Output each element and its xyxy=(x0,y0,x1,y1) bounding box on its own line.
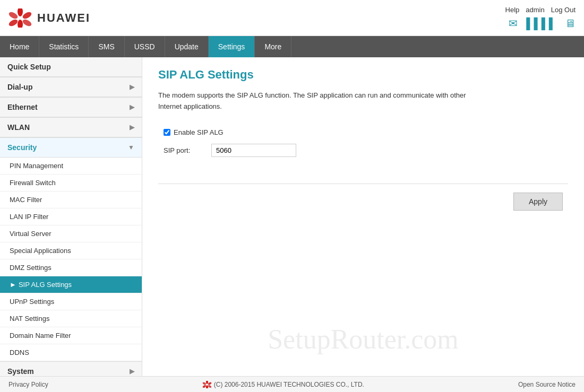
form-area: Enable SIP ALG SIP port: xyxy=(158,123,568,175)
sidebar-item-dial-up[interactable]: Dial-up ▶ xyxy=(0,77,142,97)
sip-port-label: SIP port: xyxy=(164,146,206,154)
sidebar-item-wlan[interactable]: WLAN ▶ xyxy=(0,118,142,137)
footer-copyright: (C) 2006-2015 HUAWEI TECHNOLOGIES CO., L… xyxy=(214,381,364,388)
sidebar-item-lan-ip-filter[interactable]: LAN IP Filter xyxy=(0,208,142,225)
svg-point-1 xyxy=(22,11,32,20)
svg-point-4 xyxy=(8,18,19,28)
ethernet-arrow: ▶ xyxy=(130,103,134,111)
sidebar-item-domain-name-filter[interactable]: Domain Name Filter xyxy=(0,327,142,344)
sidebar-item-security[interactable]: Security ▼ xyxy=(0,138,142,158)
sip-port-input[interactable] xyxy=(211,144,296,157)
monitor-icon[interactable]: 🖥 xyxy=(565,18,576,30)
sidebar-item-dmz-settings[interactable]: DMZ Settings xyxy=(0,259,142,276)
svg-point-0 xyxy=(18,8,23,16)
sidebar-item-pin-management[interactable]: PIN Management xyxy=(0,158,142,175)
logo-area: HUAWEI xyxy=(8,8,90,28)
sip-port-row: SIP port: xyxy=(164,144,568,157)
svg-point-8 xyxy=(208,385,212,388)
sidebar-item-mac-filter[interactable]: MAC Filter xyxy=(0,191,142,208)
svg-point-9 xyxy=(206,385,208,388)
page-title: SIP ALG Settings xyxy=(158,68,568,82)
sidebar-section-system: System ▶ xyxy=(0,362,142,376)
sidebar-section-quick-setup: Quick Setup xyxy=(0,57,142,77)
huawei-logo-icon xyxy=(8,8,32,28)
svg-point-11 xyxy=(202,381,207,385)
sidebar-section-dial-up: Dial-up ▶ xyxy=(0,77,142,98)
header-right: Help admin Log Out ✉ ▌▌▌▌ 🖥 xyxy=(505,6,576,30)
enable-sip-label[interactable]: Enable SIP ALG xyxy=(164,128,224,136)
description-line1: The modem supports the SIP ALG function.… xyxy=(158,91,466,99)
nav-settings[interactable]: Settings xyxy=(209,36,255,57)
help-link[interactable]: Help xyxy=(505,6,520,14)
header: HUAWEI Help admin Log Out ✉ ▌▌▌▌ 🖥 xyxy=(0,0,584,36)
nav-sms[interactable]: SMS xyxy=(89,36,124,57)
enable-sip-text: Enable SIP ALG xyxy=(174,128,224,136)
signal-icon: ▌▌▌▌ xyxy=(526,18,556,30)
apply-row: Apply xyxy=(158,193,568,211)
sidebar-item-ddns[interactable]: DDNS xyxy=(0,344,142,361)
footer-huawei-icon xyxy=(202,381,212,388)
enable-sip-checkbox[interactable] xyxy=(164,129,170,136)
logout-link[interactable]: Log Out xyxy=(551,6,576,14)
sidebar-item-sip-alg-settings[interactable]: ► SIP ALG Settings xyxy=(0,276,142,293)
sidebar: Quick Setup Dial-up ▶ Ethernet ▶ WLAN ▶ xyxy=(0,57,142,376)
svg-point-3 xyxy=(18,20,23,28)
nav-home[interactable]: Home xyxy=(0,36,39,57)
enable-sip-row: Enable SIP ALG xyxy=(164,128,568,136)
form-divider xyxy=(158,184,568,184)
svg-point-5 xyxy=(8,11,19,20)
sidebar-item-virtual-server[interactable]: Virtual Server xyxy=(0,225,142,242)
footer-logo: (C) 2006-2015 HUAWEI TECHNOLOGIES CO., L… xyxy=(202,381,364,388)
nav-statistics[interactable]: Statistics xyxy=(39,36,89,57)
sidebar-item-special-applications[interactable]: Special Applications xyxy=(0,242,142,259)
system-arrow: ▶ xyxy=(130,368,134,375)
nav-update[interactable]: Update xyxy=(165,36,209,57)
logo-text: HUAWEI xyxy=(37,11,90,25)
svg-point-10 xyxy=(202,385,207,388)
sidebar-item-nat-settings[interactable]: NAT Settings xyxy=(0,310,142,327)
header-icons: ✉ ▌▌▌▌ 🖥 xyxy=(509,17,576,30)
admin-label: admin xyxy=(526,6,544,14)
email-icon[interactable]: ✉ xyxy=(509,17,518,30)
apply-button[interactable]: Apply xyxy=(513,193,563,211)
watermark: SetupRouter.com xyxy=(268,324,459,355)
sidebar-section-ethernet: Ethernet ▶ xyxy=(0,98,142,118)
main-content: SIP ALG Settings The modem supports the … xyxy=(142,57,584,376)
dial-up-arrow: ▶ xyxy=(130,83,134,91)
footer: Privacy Policy (C) 2006-2015 HUAWEI TECH… xyxy=(0,376,584,392)
open-source-link[interactable]: Open Source Notice xyxy=(518,381,576,388)
sidebar-item-quick-setup[interactable]: Quick Setup xyxy=(0,57,142,77)
sidebar-item-upnp-settings[interactable]: UPnP Settings xyxy=(0,293,142,310)
description: The modem supports the SIP ALG function.… xyxy=(158,90,568,112)
privacy-policy-link[interactable]: Privacy Policy xyxy=(8,381,48,388)
sidebar-section-security: Security ▼ PIN Management Firewall Switc… xyxy=(0,138,142,362)
security-arrow: ▼ xyxy=(128,144,134,151)
sidebar-section-wlan: WLAN ▶ xyxy=(0,118,142,138)
sidebar-item-system[interactable]: System ▶ xyxy=(0,362,142,376)
nav-ussd[interactable]: USSD xyxy=(125,36,165,57)
sidebar-item-ethernet[interactable]: Ethernet ▶ xyxy=(0,98,142,117)
svg-point-2 xyxy=(22,18,32,28)
layout: Quick Setup Dial-up ▶ Ethernet ▶ WLAN ▶ xyxy=(0,57,584,376)
nav-bar: Home Statistics SMS USSD Update Settings… xyxy=(0,36,584,57)
svg-point-7 xyxy=(208,381,212,385)
sidebar-item-firewall-switch[interactable]: Firewall Switch xyxy=(0,175,142,191)
wlan-arrow: ▶ xyxy=(130,124,134,131)
svg-point-6 xyxy=(206,381,208,384)
user-actions: Help admin Log Out xyxy=(505,6,576,14)
nav-more[interactable]: More xyxy=(255,36,291,57)
description-line2: Internet applications. xyxy=(158,102,222,110)
